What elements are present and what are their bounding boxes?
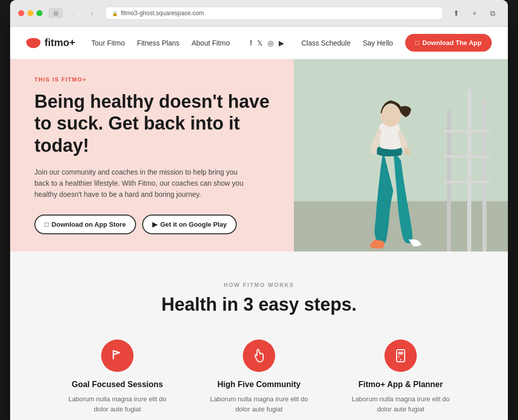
browser-controls: ⊟ ‹ › bbox=[49, 6, 99, 20]
share-button[interactable]: ⬆ bbox=[449, 6, 463, 20]
download-icon: □ bbox=[415, 39, 419, 47]
feature-item-0: Goal Focused Sessions Laborum nulla magn… bbox=[62, 340, 173, 414]
hero-eyebrow: THIS IS FITMO+ bbox=[34, 76, 270, 82]
hero-buttons: □ Download on App Store ▶ Get it on Goog… bbox=[34, 215, 270, 234]
nav-class-schedule[interactable]: Class Schedule bbox=[301, 39, 351, 47]
nav-say-hello[interactable]: Say Hello bbox=[363, 39, 393, 47]
svg-rect-6 bbox=[444, 155, 490, 158]
appstore-label: Download on App Store bbox=[52, 221, 126, 228]
feature-desc-0: Laborum nulla magna irure elit do dolor … bbox=[62, 394, 173, 414]
nav-tour[interactable]: Tour Fitmo bbox=[92, 39, 125, 47]
features-grid: Goal Focused Sessions Laborum nulla magn… bbox=[30, 340, 488, 420]
hero-section: THIS IS FITMO+ Being healthy doesn't hav… bbox=[10, 59, 508, 251]
hero-illustration bbox=[294, 59, 508, 251]
new-tab-button[interactable]: + bbox=[467, 6, 482, 20]
hero-description: Join our community and coaches in the mi… bbox=[34, 166, 247, 200]
lock-icon: 🔒 bbox=[112, 11, 118, 16]
website-content: fitmo+ Tour Fitmo Fitness Plans About Fi… bbox=[10, 27, 508, 420]
logo-text: fitmo+ bbox=[45, 37, 75, 49]
address-bar[interactable]: 🔒 fitmo3-ghost.squarespace.com bbox=[105, 7, 443, 20]
traffic-lights bbox=[18, 10, 42, 16]
browser-chrome: ⊟ ‹ › 🔒 fitmo3-ghost.squarespace.com ⬆ +… bbox=[10, 0, 508, 27]
nav-about[interactable]: About Fitmo bbox=[192, 39, 230, 47]
nav-links: Tour Fitmo Fitness Plans About Fitmo f 𝕏… bbox=[92, 39, 285, 47]
feature-item-1: High Five Community Laborum nulla magna … bbox=[203, 340, 315, 414]
url-text: fitmo3-ghost.squarespace.com bbox=[121, 10, 204, 17]
feature-icon-0 bbox=[101, 340, 134, 372]
nav-fitness[interactable]: Fitness Plans bbox=[137, 39, 180, 47]
appstore-icon: □ bbox=[45, 221, 49, 228]
logo[interactable]: fitmo+ bbox=[26, 37, 75, 49]
svg-rect-5 bbox=[444, 130, 490, 133]
feature-name-2: Fitmo+ App & Planner bbox=[359, 380, 443, 389]
svg-rect-7 bbox=[444, 181, 490, 183]
how-it-works-section: HOW FITMO WORKS Health in 3 easy steps. … bbox=[10, 251, 508, 420]
section-eyebrow: HOW FITMO WORKS bbox=[30, 282, 488, 288]
twitter-icon[interactable]: 𝕏 bbox=[257, 39, 263, 47]
nav-right-links: Class Schedule Say Hello bbox=[301, 39, 393, 47]
social-icons: f 𝕏 ◎ ▶ bbox=[250, 39, 284, 47]
facebook-icon[interactable]: f bbox=[250, 39, 252, 47]
svg-rect-3 bbox=[483, 99, 487, 251]
googleplay-icon: ▶ bbox=[152, 221, 157, 228]
download-app-button[interactable]: □ Download The App bbox=[405, 34, 492, 52]
svg-point-10 bbox=[400, 359, 402, 361]
hero-image bbox=[294, 59, 508, 251]
logo-icon bbox=[26, 38, 40, 48]
close-button[interactable] bbox=[18, 10, 24, 16]
hero-right bbox=[294, 59, 508, 251]
feature-name-0: Goal Focused Sessions bbox=[72, 380, 163, 389]
main-nav: fitmo+ Tour Fitmo Fitness Plans About Fi… bbox=[10, 27, 508, 59]
minimize-button[interactable] bbox=[27, 10, 33, 16]
feature-item-2: Fitmo+ App & Planner Laborum nulla magna… bbox=[345, 340, 456, 414]
feature-icon-1 bbox=[243, 340, 275, 372]
feature-desc-1: Laborum nulla magna irure elit do dolor … bbox=[203, 394, 315, 414]
googleplay-label: Get it on Google Play bbox=[160, 221, 227, 228]
feature-icon-2 bbox=[384, 340, 417, 372]
instagram-icon[interactable]: ◎ bbox=[268, 39, 274, 47]
hero-headline: Being healthy doesn't have to suck. Get … bbox=[34, 91, 270, 156]
maximize-button[interactable] bbox=[36, 10, 42, 16]
feature-desc-2: Laborum nulla magna irure elit do dolor … bbox=[345, 394, 456, 414]
highfive-icon bbox=[251, 348, 267, 364]
app-store-button[interactable]: □ Download on App Store bbox=[34, 215, 136, 234]
svg-rect-11 bbox=[398, 352, 403, 355]
browser-actions: ⬆ + ⧉ bbox=[449, 6, 500, 20]
forward-button[interactable]: › bbox=[85, 6, 99, 20]
download-label: Download The App bbox=[422, 39, 482, 47]
hero-left: THIS IS FITMO+ Being healthy doesn't hav… bbox=[10, 59, 294, 251]
youtube-icon[interactable]: ▶ bbox=[279, 39, 284, 47]
feature-name-1: High Five Community bbox=[218, 380, 300, 389]
svg-rect-2 bbox=[467, 89, 471, 251]
goal-icon bbox=[109, 348, 125, 364]
tabs-button[interactable]: ⧉ bbox=[486, 6, 500, 20]
back-button[interactable]: ‹ bbox=[67, 6, 81, 20]
app-icon bbox=[393, 348, 409, 364]
window-view-button[interactable]: ⊟ bbox=[49, 8, 63, 18]
svg-point-12 bbox=[398, 356, 400, 358]
section-title: Health in 3 easy steps. bbox=[30, 294, 488, 315]
nav-right: Class Schedule Say Hello □ Download The … bbox=[301, 34, 492, 52]
browser-window: ⊟ ‹ › 🔒 fitmo3-ghost.squarespace.com ⬆ +… bbox=[10, 0, 508, 420]
google-play-button[interactable]: ▶ Get it on Google Play bbox=[142, 215, 237, 234]
